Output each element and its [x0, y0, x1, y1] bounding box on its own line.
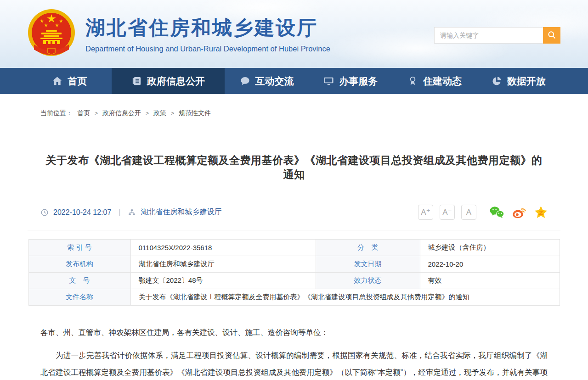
nav-item-interaction[interactable]: 互动交流: [225, 68, 309, 94]
search-icon: [547, 30, 556, 41]
breadcrumb: 当前位置： 首页 > 政府信息公开 > 政策 > 规范性文件: [28, 94, 560, 117]
weibo-share-icon[interactable]: [512, 206, 526, 219]
meta-label-issuer: 发布机构: [28, 256, 130, 273]
breadcrumb-separator: >: [95, 110, 98, 117]
table-row: 文 号 鄂建文〔2022〕48号 效力状态 有效: [28, 273, 560, 289]
page: 湖北省住房和城乡建设厅 Department of Housing and Ur…: [0, 0, 588, 380]
nav-label: 政府信息公开: [147, 75, 205, 88]
search-button[interactable]: [543, 27, 560, 44]
section-divider: [28, 230, 560, 230]
search-bar: [434, 27, 560, 44]
nav-label: 首页: [68, 75, 87, 88]
nav-label: 住建动态: [423, 75, 462, 88]
breadcrumb-item-home[interactable]: 首页: [77, 109, 90, 117]
publish-time: 2022-10-24 12:07: [53, 208, 111, 217]
nav-label: 办事服务: [339, 75, 378, 88]
meta-value-doc-no: 鄂建文〔2022〕48号: [130, 273, 316, 289]
article-body: 各市、州、直管市、神农架林区住建局，各有关建设、设计、施工、造价咨询等单位： 为…: [40, 324, 548, 380]
site-title[interactable]: 湖北省住房和城乡建设厅: [85, 15, 330, 41]
article-main: 关于发布《湖北省建设工程概算定额及全费用基价表》《湖北省建设项目总投资组成及其他…: [28, 153, 560, 380]
pie-chart-icon: [492, 76, 502, 86]
breadcrumb-item-gov-info[interactable]: 政府信息公开: [102, 109, 141, 117]
clock-icon: [40, 208, 49, 217]
table-row: 索 引 号 01104325X/2022-35618 分 类 城乡建设（含住房）: [28, 240, 560, 256]
meta-label-doc-name: 文件名称: [28, 289, 130, 306]
wechat-share-icon[interactable]: [489, 206, 504, 218]
nav-item-home[interactable]: 首页: [28, 68, 112, 94]
meta-value-index-no: 01104325X/2022-35618: [130, 240, 316, 256]
breadcrumb-separator: >: [171, 110, 174, 117]
nav-label: 数据开放: [507, 75, 546, 88]
main-nav: 首页 政府信息公开 互动交流: [0, 68, 588, 94]
font-decrease-button[interactable]: A⁻: [440, 205, 455, 220]
meta-value-issue-date: 2022-10-20: [420, 256, 560, 273]
nav-item-news[interactable]: 住建动态: [393, 68, 477, 94]
breadcrumb-separator: >: [146, 110, 149, 117]
meta-value-validity: 有效: [420, 273, 560, 289]
meta-value-doc-name: 关于发布《湖北省建设工程概算定额及全费用基价表》《湖北省建设项目总投资组成及其他…: [130, 289, 560, 306]
badge-icon: [407, 76, 418, 86]
nav-label: 互动交流: [255, 75, 294, 88]
table-row: 发布机构 湖北省住房和城乡建设厅 发文日期 2022-10-20: [28, 256, 560, 273]
document-meta-table: 索 引 号 01104325X/2022-35618 分 类 城乡建设（含住房）…: [28, 239, 560, 306]
font-reset-button[interactable]: A: [461, 205, 476, 220]
info-divider: |: [119, 208, 120, 217]
nav-item-open-data[interactable]: 数据开放: [476, 68, 560, 94]
meta-label-validity: 效力状态: [316, 273, 420, 289]
meta-label-category: 分 类: [316, 240, 420, 256]
document-icon: [131, 76, 142, 86]
qzone-share-icon[interactable]: [534, 206, 548, 219]
site-header: 湖北省住房和城乡建设厅 Department of Housing and Ur…: [0, 0, 588, 68]
font-increase-button[interactable]: A⁺: [418, 205, 433, 220]
article-source: 湖北省住房和城乡建设厅: [141, 207, 221, 217]
national-emblem-logo[interactable]: [28, 9, 75, 59]
search-input[interactable]: [434, 27, 543, 44]
monitor-icon: [323, 76, 334, 86]
source-org-icon: [128, 208, 136, 217]
table-row: 文件名称 关于发布《湖北省建设工程概算定额及全费用基价表》《湖北省建设项目总投资…: [28, 289, 560, 306]
meta-label-index-no: 索 引 号: [28, 240, 130, 256]
body-paragraph-salutation: 各市、州、直管市、神农架林区住建局，各有关建设、设计、施工、造价咨询等单位：: [40, 324, 548, 341]
meta-value-category: 城乡建设（含住房）: [420, 240, 560, 256]
article-info-row: 2022-10-24 12:07 | 湖北省住房和城乡建设厅 A⁺ A⁻ A: [40, 205, 548, 220]
nav-item-gov-info[interactable]: 政府信息公开: [112, 68, 225, 94]
site-subtitle-english: Department of Housing and Urban-Rural De…: [85, 45, 330, 53]
article-title: 关于发布《湖北省建设工程概算定额及全费用基价表》《湖北省建设项目总投资组成及其他…: [28, 153, 560, 182]
breadcrumb-item-policy[interactable]: 政策: [153, 109, 166, 117]
breadcrumb-prefix: 当前位置：: [40, 109, 73, 117]
meta-label-doc-no: 文 号: [28, 273, 130, 289]
chat-icon: [240, 76, 250, 86]
meta-value-issuer: 湖北省住房和城乡建设厅: [130, 256, 316, 273]
breadcrumb-item-normative-docs[interactable]: 规范性文件: [179, 109, 211, 117]
home-icon: [52, 76, 62, 86]
meta-label-issue-date: 发文日期: [316, 256, 420, 273]
body-paragraph-intro: 为进一步完善我省计价依据体系，满足工程项目投资估算、设计概算的编制需要，根据国家…: [40, 347, 548, 380]
nav-item-services[interactable]: 办事服务: [309, 68, 393, 94]
